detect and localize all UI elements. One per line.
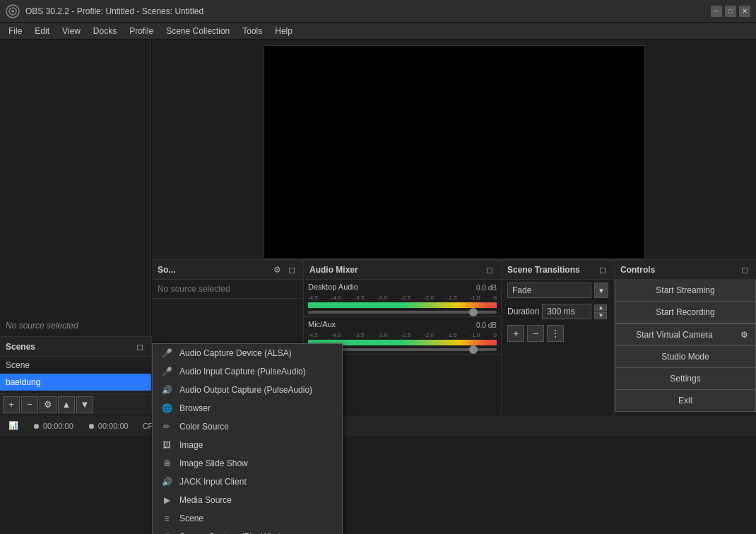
start-streaming-button[interactable]: Start Streaming xyxy=(615,280,756,302)
dropdown-media-source-label: Media Source xyxy=(179,495,232,505)
sources-panel-collapse[interactable]: ◻ xyxy=(286,264,297,275)
transitions-bottom-row: + − ⋮ xyxy=(502,322,614,345)
dropdown-scene-label: Scene xyxy=(179,514,203,523)
menu-profile[interactable]: Profile xyxy=(124,25,159,37)
duration-up[interactable]: ▲ xyxy=(594,304,607,312)
studio-mode-button[interactable]: Studio Mode xyxy=(615,346,756,368)
mixer-panel-header: Audio Mixer ◻ xyxy=(304,260,501,280)
mixer-track-desktop-meter xyxy=(308,302,497,308)
dropdown-audio-output-pulse[interactable]: 🔊 Audio Output Capture (PulseAudio) xyxy=(153,381,342,399)
controls-panel: Controls ◻ Start Streaming Start Recordi… xyxy=(615,260,756,415)
remove-transition-button[interactable]: − xyxy=(527,325,544,342)
dropdown-image-slide-show[interactable]: 🖥 Image Slide Show xyxy=(153,454,342,473)
transition-dropdown-arrow[interactable]: ▼ xyxy=(594,283,608,298)
maximize-button[interactable]: □ xyxy=(725,6,736,17)
dropdown-audio-input-pulse[interactable]: 🎤 Audio Input Capture (PulseAudio) xyxy=(153,362,342,381)
duration-input[interactable] xyxy=(542,304,591,319)
transitions-panel-collapse[interactable]: ◻ xyxy=(597,264,608,275)
browser-icon: 🌐 xyxy=(161,403,172,414)
dropdown-scene[interactable]: ≡ Scene xyxy=(153,509,342,528)
dropdown-audio-capture-alsa[interactable]: 🎤 Audio Capture Device (ALSA) xyxy=(153,344,342,362)
scenes-panel-collapse[interactable]: ◻ xyxy=(134,341,146,352)
menu-edit[interactable]: Edit xyxy=(29,25,55,37)
menu-view[interactable]: View xyxy=(57,25,86,37)
dropdown-media-source[interactable]: ▶ Media Source xyxy=(153,491,342,509)
scene-filter-button[interactable]: ⚙ xyxy=(40,396,57,413)
svg-point-2 xyxy=(11,10,14,13)
media-source-icon: ▶ xyxy=(161,494,172,506)
scenes-panel-header: Scenes ◻ xyxy=(0,337,151,357)
menu-tools[interactable]: Tools xyxy=(237,25,268,37)
menu-bar: File Edit View Docks Profile Scene Colle… xyxy=(0,23,756,40)
sources-panel-header: So... ⚙ ◻ xyxy=(152,260,303,280)
mixer-track-desktop-db: 0.0 dB xyxy=(476,284,497,292)
dropdown-image[interactable]: 🖼 Image xyxy=(153,436,342,454)
mixer-track-desktop-slider[interactable] xyxy=(308,311,497,314)
more-transition-button[interactable]: ⋮ xyxy=(547,325,564,342)
color-source-icon: ✏ xyxy=(161,421,172,432)
signal-bars-icon: 📊 xyxy=(8,421,18,430)
scenes-panel: Scenes ◻ Scene baeldung + − ⚙ ▲ ▼ xyxy=(0,336,152,415)
scene-item-baeldung[interactable]: baeldung xyxy=(0,374,151,391)
scenes-panel-title: Scenes xyxy=(6,342,35,352)
menu-file[interactable]: File xyxy=(3,25,28,37)
dropdown-jack-input[interactable]: 🔊 JACK Input Client xyxy=(153,473,342,491)
mixer-meter-labels: -4.5-4.0-3.5-3.0-2.5-2.0-1.5-1.00 xyxy=(308,295,497,301)
scene-up-button[interactable]: ▲ xyxy=(58,396,75,413)
virtual-camera-settings-button[interactable]: ⚙ xyxy=(733,324,756,346)
sources-panel-settings[interactable]: ⚙ xyxy=(271,264,283,275)
stream-icon: ⏺ xyxy=(33,422,40,430)
close-button[interactable]: ✕ xyxy=(739,6,750,17)
controls-panel-title: Controls xyxy=(620,265,655,275)
minimize-button[interactable]: ─ xyxy=(711,6,722,17)
scenes-panel-header-btns: ◻ xyxy=(134,341,146,352)
source-dropdown-menu: 🎤 Audio Capture Device (ALSA) 🎤 Audio In… xyxy=(152,343,343,534)
transition-select[interactable]: Fade Cut xyxy=(507,283,591,298)
add-transition-button[interactable]: + xyxy=(507,325,524,342)
duration-spinners: ▲ ▼ xyxy=(594,304,607,319)
transition-select-row: Fade Cut ▼ xyxy=(502,280,614,301)
sources-panel-title: So... xyxy=(158,265,175,275)
controls-panel-collapse[interactable]: ◻ xyxy=(739,264,750,275)
add-scene-button[interactable]: + xyxy=(3,396,20,413)
dropdown-jack-input-label: JACK Input Client xyxy=(179,477,247,487)
status-rec-time: ⏺ 00:00:00 xyxy=(88,422,129,430)
menu-help[interactable]: Help xyxy=(269,25,298,37)
mixer-track-desktop-name: Desktop Audio xyxy=(308,283,358,291)
status-stream-time: ⏺ 00:00:00 xyxy=(33,422,73,430)
transitions-panel-header: Scene Transitions ◻ xyxy=(502,260,614,280)
scenes-list: Scene baeldung xyxy=(0,357,151,393)
image-slide-show-icon: 🖥 xyxy=(161,458,172,469)
start-recording-button[interactable]: Start Recording xyxy=(615,302,756,324)
rec-time: 00:00:00 xyxy=(98,422,129,430)
exit-button[interactable]: Exit xyxy=(615,390,756,412)
dropdown-image-slide-show-label: Image Slide Show xyxy=(179,458,248,468)
dropdown-browser[interactable]: 🌐 Browser xyxy=(153,399,342,417)
duration-down[interactable]: ▼ xyxy=(594,312,607,319)
dropdown-audio-input-pulse-label: Audio Input Capture (PulseAudio) xyxy=(179,367,306,376)
screen-capture-icon: 🖥 xyxy=(161,531,172,534)
controls-panel-header: Controls ◻ xyxy=(615,260,756,280)
start-virtual-camera-button[interactable]: Start Virtual Camera xyxy=(615,324,733,346)
scene-item-scene[interactable]: Scene xyxy=(0,357,151,374)
settings-button[interactable]: Settings xyxy=(615,368,756,390)
dropdown-screen-capture[interactable]: 🖥 Screen Capture (PipeWire) xyxy=(153,528,342,534)
mixer-panel-title: Audio Mixer xyxy=(309,265,358,275)
remove-scene-button[interactable]: − xyxy=(21,396,38,413)
mixer-meter-labels-2: -4.5-4.0-3.5-3.0-2.5-2.0-1.5-1.00 xyxy=(308,332,497,338)
sources-no-source: No source selected xyxy=(152,280,303,299)
mixer-panel-collapse[interactable]: ◻ xyxy=(484,264,495,275)
dropdown-image-label: Image xyxy=(179,440,203,450)
no-source-label: No source selected xyxy=(0,40,151,336)
menu-scene-collection[interactable]: Scene Collection xyxy=(160,25,235,37)
jack-input-icon: 🔊 xyxy=(161,476,172,487)
status-bar: 📊 ⏺ 00:00:00 ⏺ 00:00:00 CPU: 23.0% 30.00… xyxy=(0,415,756,436)
transitions-panel: Scene Transitions ◻ Fade Cut ▼ Duration … xyxy=(502,260,615,415)
menu-docks[interactable]: Docks xyxy=(88,25,122,37)
window-title: OBS 30.2.2 - Profile: Untitled - Scenes:… xyxy=(25,6,203,16)
preview-area xyxy=(152,40,756,259)
scene-down-button[interactable]: ▼ xyxy=(76,396,93,413)
dropdown-browser-label: Browser xyxy=(179,403,211,413)
dropdown-color-source[interactable]: ✏ Color Source xyxy=(153,417,342,436)
sources-panel-header-btns: ⚙ ◻ xyxy=(271,264,297,275)
